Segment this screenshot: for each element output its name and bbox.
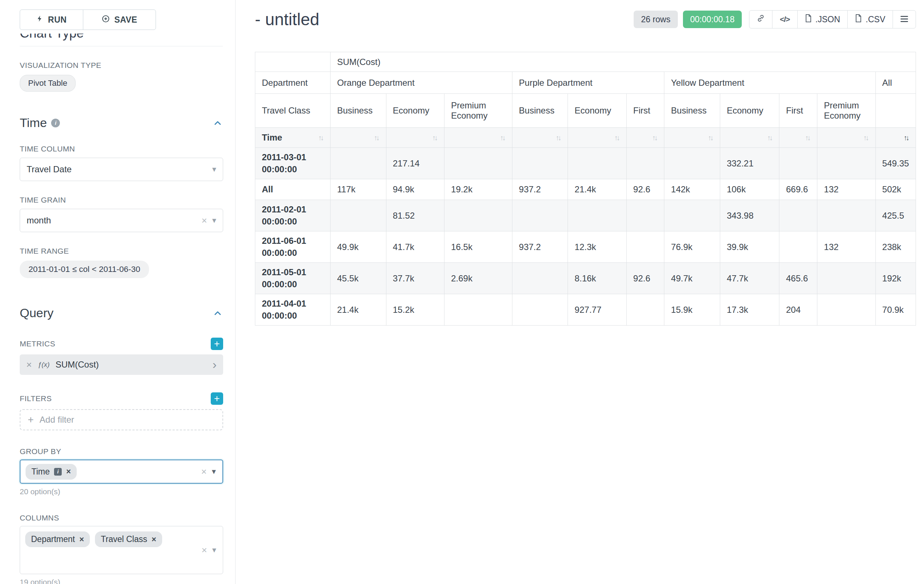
menu-button[interactable] [893, 10, 916, 28]
column-sort-cell: ↑↓ [875, 128, 916, 148]
clear-icon[interactable]: × [201, 545, 207, 555]
info-icon: i [51, 118, 60, 127]
time-column-select[interactable]: Travel Date ▾ [20, 158, 223, 181]
metric-header: SUM(Cost) [330, 52, 916, 72]
sort-icon[interactable]: ↑↓ [500, 133, 505, 142]
travel-class-col-header: Economy [386, 94, 444, 128]
value-cell: 106k [720, 179, 779, 200]
columns-select[interactable]: Department×Travel Class× × ▾ [20, 526, 223, 574]
metric-item[interactable]: × ƒ(x) SUM(Cost) › [20, 354, 223, 375]
travel-class-col-header: First [626, 94, 664, 128]
export-toolbar: </> .JSON .CSV [749, 10, 916, 28]
chevron-down-icon: ▾ [212, 467, 216, 475]
filters-label: FILTERS [20, 394, 52, 403]
time-label: Time [262, 133, 282, 143]
sort-icon[interactable]: ↑↓ [863, 133, 869, 142]
short-link-button[interactable] [749, 10, 772, 28]
columns-label: COLUMNS [20, 513, 223, 522]
sort-desc-icon[interactable]: ↑↓ [904, 133, 909, 142]
value-cell [330, 200, 386, 231]
sort-icon[interactable]: ↑↓ [652, 133, 657, 142]
row-header: 2011-03-01 00:00:00 [255, 148, 330, 179]
section-divider [20, 46, 223, 46]
sort-icon[interactable]: ↑↓ [767, 133, 772, 142]
value-cell: 19.2k [444, 179, 512, 200]
value-cell [626, 148, 664, 179]
run-button[interactable]: RUN [20, 10, 83, 30]
remove-pill-icon[interactable]: × [152, 535, 156, 543]
time-range-pill[interactable]: 2011-01-01 ≤ col < 2011-06-30 [20, 261, 149, 278]
value-cell [817, 148, 875, 179]
row-count-badge: 26 rows [634, 11, 678, 28]
remove-pill-icon[interactable]: × [66, 467, 71, 475]
sort-icon[interactable]: ↑↓ [374, 133, 380, 142]
value-cell [779, 200, 817, 231]
add-metric-button[interactable]: + [211, 337, 223, 350]
value-cell: 49.9k [330, 231, 386, 263]
value-cell: 465.6 [779, 263, 817, 294]
info-icon: i [54, 468, 62, 475]
query-timer-badge: 00:00:00.18 [683, 11, 742, 28]
travel-class-header: Travel Class [255, 94, 330, 128]
export-json-label: .JSON [815, 15, 840, 25]
add-filter-button[interactable]: + Add filter [20, 409, 223, 430]
value-cell [626, 231, 664, 263]
value-cell: 37.7k [386, 263, 444, 294]
dimension-pill[interactable]: Travel Class× [95, 531, 162, 547]
view-query-button[interactable]: </> [772, 10, 797, 28]
row-header: 2011-05-01 00:00:00 [255, 263, 330, 294]
value-cell: 238k [875, 231, 916, 263]
value-cell: 81.52 [386, 200, 444, 231]
chevron-down-icon: ▾ [212, 165, 216, 173]
time-section-header: Time i [20, 116, 223, 130]
groupby-select[interactable]: Timei× × ▾ [20, 459, 223, 484]
export-json-button[interactable]: .JSON [797, 10, 848, 28]
link-icon [757, 14, 765, 25]
value-cell [444, 294, 512, 326]
chevron-up-icon[interactable] [213, 118, 223, 128]
value-cell [779, 231, 817, 263]
column-sort-cell: ↑↓ [817, 128, 875, 148]
value-cell: 8.16k [568, 263, 626, 294]
plus-icon: + [28, 415, 34, 425]
chart-title: - untitled [255, 10, 319, 29]
value-cell [664, 200, 720, 231]
value-cell: 21.4k [330, 294, 386, 326]
query-section-header: Query [20, 306, 223, 320]
clear-icon[interactable]: × [201, 467, 207, 476]
chevron-down-icon: ▾ [212, 546, 216, 554]
table-row: 2011-05-01 00:00:0045.5k37.7k2.69k8.16k9… [255, 263, 916, 294]
travel-class-col-header: Business [664, 94, 720, 128]
viz-type-pill[interactable]: Pivot Table [20, 75, 76, 92]
value-cell [568, 200, 626, 231]
value-cell [330, 148, 386, 179]
value-cell: 15.9k [664, 294, 720, 326]
value-cell [444, 200, 512, 231]
sort-icon[interactable]: ↑↓ [318, 133, 323, 142]
row-header: All [255, 179, 330, 200]
clear-icon[interactable]: × [201, 216, 207, 225]
dimension-pill[interactable]: Timei× [26, 464, 77, 480]
save-button-label: SAVE [114, 15, 137, 25]
chevron-right-icon[interactable]: › [213, 360, 216, 369]
columns-pills: Department×Travel Class× [25, 531, 162, 547]
travel-class-col-header: Business [330, 94, 386, 128]
remove-pill-icon[interactable]: × [79, 535, 84, 543]
sort-icon[interactable]: ↑↓ [614, 133, 620, 142]
remove-metric-icon[interactable]: × [26, 359, 32, 370]
time-grain-select[interactable]: month × ▾ [20, 209, 223, 232]
save-button[interactable]: SAVE [83, 10, 156, 30]
sort-icon[interactable]: ↑↓ [556, 133, 561, 142]
time-grain-label: TIME GRAIN [20, 196, 223, 204]
column-sort-cell: ↑↓ [444, 128, 512, 148]
sort-icon[interactable]: ↑↓ [805, 133, 810, 142]
hamburger-icon [900, 15, 908, 25]
sort-icon[interactable]: ↑↓ [708, 133, 713, 142]
export-csv-button[interactable]: .CSV [847, 10, 893, 28]
add-filter-plus-button[interactable]: + [211, 392, 223, 405]
sort-icon[interactable]: ↑↓ [432, 133, 437, 142]
dimension-pill[interactable]: Department× [25, 531, 90, 547]
chevron-up-icon[interactable] [213, 308, 223, 318]
value-cell: 45.5k [330, 263, 386, 294]
function-icon: ƒ(x) [38, 360, 50, 368]
